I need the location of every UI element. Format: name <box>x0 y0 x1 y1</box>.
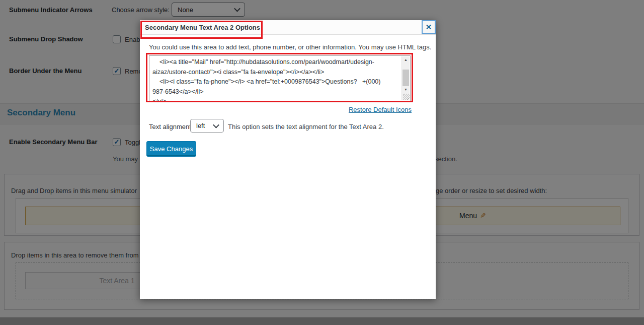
text-alignment-label: Text alignment: <box>149 123 193 131</box>
close-icon[interactable]: ✕ <box>422 20 436 34</box>
textarea-line: 987-6543</a></li> <box>152 87 401 97</box>
text-alignment-select[interactable]: left <box>190 119 224 133</box>
textarea-line: <li><i class="fa fa-phone"></i> <a href=… <box>152 77 401 87</box>
scroll-up-icon[interactable]: ▲ <box>402 56 410 63</box>
scroll-down-icon[interactable]: ▼ <box>402 86 410 93</box>
screenshot-stage: Submenu Indicator Arrows Choose arrow st… <box>0 0 644 325</box>
scrollbar-thumb[interactable] <box>403 70 409 88</box>
text-area-2-textarea[interactable]: <li><a title="Mail" href="http://hubdata… <box>149 55 411 101</box>
modal-description: You could use this area to add text, pho… <box>149 43 431 51</box>
restore-default-icons-link[interactable]: Restore Default Icons <box>349 106 412 113</box>
chevron-down-icon <box>213 121 219 128</box>
modal-title: Secondary Menu Text Area 2 Options <box>145 20 260 35</box>
text-alignment-select-value: left <box>196 122 205 129</box>
textarea-line: </ul> <box>152 97 401 101</box>
textarea-line: aizaz/ustore-contact/"><i class="fa fa-e… <box>152 68 401 78</box>
save-changes-button[interactable]: Save Changes <box>146 141 196 157</box>
textarea-content: <li><a title="Mail" href="http://hubdata… <box>149 56 401 101</box>
textarea-line: <li><a title="Mail" href="http://hubdata… <box>152 57 401 68</box>
text-area-2-options-modal: Secondary Menu Text Area 2 Options ✕ You… <box>140 20 436 299</box>
text-alignment-description: This option sets the text alignment for … <box>228 123 384 131</box>
resize-grip-icon[interactable] <box>403 94 410 100</box>
